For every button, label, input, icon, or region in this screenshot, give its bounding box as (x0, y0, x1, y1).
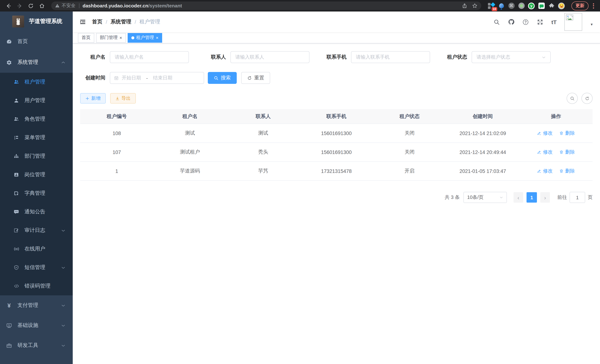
github-icon[interactable] (508, 19, 515, 25)
tab-tenant[interactable]: 租户管理 × (128, 33, 162, 42)
reload-icon[interactable] (26, 1, 36, 10)
sidebar-item-system[interactable]: 系统管理 (0, 52, 73, 73)
search-icon[interactable] (494, 19, 500, 25)
chevron-up-icon (61, 60, 65, 64)
breadcrumb-home[interactable]: 首页 (92, 19, 103, 25)
sidebar-item-label: 部门管理 (25, 153, 45, 159)
delete-link[interactable]: 删除 (559, 168, 575, 174)
table-settings (567, 93, 593, 104)
sidebar-item-audit-log[interactable]: 审计日志 (0, 221, 73, 240)
security-label[interactable]: 不安全 (62, 3, 75, 9)
search-icon (214, 75, 219, 80)
sidebar-item-department[interactable]: 部门管理 (0, 147, 73, 166)
sidebar-item-label: 错误码管理 (25, 283, 50, 289)
cell-phone: 15601691300 (300, 124, 373, 143)
forward-icon[interactable] (15, 1, 25, 10)
cell-create-time: 2021-12-14 20:49:44 (446, 143, 519, 162)
col-create-time: 创建时间 (446, 109, 519, 124)
sms-shield-icon (14, 265, 19, 270)
extension-chat-icon[interactable] (538, 2, 545, 9)
prev-page-button[interactable]: ‹ (514, 192, 523, 203)
sidebar-item-error-code[interactable]: 错误码管理 (0, 277, 73, 295)
chrome-update-button[interactable]: 更新 (572, 1, 589, 10)
extensions-puzzle-icon[interactable] (548, 2, 555, 9)
page-unit-label: 页 (588, 194, 593, 201)
breadcrumb-separator: / (106, 19, 107, 25)
close-icon[interactable]: × (156, 36, 159, 40)
export-button[interactable]: 导出 (110, 93, 136, 103)
font-size-icon[interactable]: tT (551, 19, 557, 25)
home-icon[interactable] (37, 1, 47, 10)
page-size-select[interactable]: 10条/页 (463, 192, 507, 203)
extension-badge: 10 (491, 7, 497, 11)
add-button[interactable]: 新增 (80, 93, 106, 103)
sidebar-item-dictionary[interactable]: 字典管理 (0, 184, 73, 203)
broken-image-icon (566, 14, 573, 20)
sidebar-item-notice[interactable]: 通知公告 (0, 203, 73, 221)
sidebar-item-home[interactable]: 首页 (0, 31, 73, 52)
sidebar-item-label: 用户管理 (25, 97, 45, 104)
sidebar-logo[interactable]: 芋道管理系统 (0, 11, 73, 31)
error-code-icon (14, 283, 19, 289)
contact-input[interactable]: 请输入联系人 (230, 51, 309, 63)
extension-record-icon[interactable] (518, 2, 525, 9)
tenant-name-input[interactable]: 请输入租户名 (110, 51, 189, 63)
extension-blocks-icon[interactable]: 10 (488, 2, 495, 9)
sidebar-item-post[interactable]: 岗位管理 (0, 166, 73, 184)
date-range-picker[interactable]: 开始日期 - 结束日期 (110, 72, 204, 84)
refresh-table-button[interactable] (581, 93, 593, 104)
profile-avatar-icon[interactable] (558, 2, 565, 9)
delete-link[interactable]: 删除 (559, 130, 575, 137)
breadcrumb-system[interactable]: 系统管理 (111, 19, 131, 25)
browser-menu-icon[interactable] (592, 3, 596, 8)
not-secure-warning-icon (55, 3, 60, 8)
share-icon[interactable] (462, 3, 467, 9)
sidebar-item-label: 菜单管理 (25, 134, 45, 141)
sidebar-item-devtools[interactable]: 研发工具 (0, 336, 73, 355)
phone-input[interactable]: 请输入联系手机 (351, 51, 430, 63)
reset-button[interactable]: 重置 (241, 72, 270, 84)
avatar-caret-down-icon[interactable]: ▼ (590, 23, 593, 26)
page-number-1[interactable]: 1 (526, 192, 537, 203)
bookmark-star-icon[interactable] (472, 3, 478, 9)
next-page-button[interactable]: › (540, 192, 550, 203)
filter-row-2: 创建时间 开始日期 - 结束日期 搜索 (80, 72, 593, 84)
chevron-down-icon (61, 343, 65, 347)
url-bar[interactable]: 不安全 dashboard.yudao.iocoder.cn/system/te… (51, 1, 481, 10)
sidebar-item-online-users[interactable]: 在线用户 (0, 240, 73, 258)
chevron-down-icon (61, 303, 65, 308)
tab-home[interactable]: 首页 (78, 33, 94, 42)
sidebar-item-role[interactable]: 角色管理 (0, 110, 73, 128)
sidebar-item-infrastructure[interactable]: 基础设施 (0, 315, 73, 336)
status-select[interactable]: 请选择租户状态 (472, 51, 551, 63)
goto-page-input[interactable] (570, 192, 585, 203)
sidebar-item-tenant[interactable]: 租户管理 (0, 73, 73, 91)
edit-link[interactable]: 修改 (537, 168, 553, 174)
fullscreen-icon[interactable] (537, 19, 544, 25)
hamburger-fold-icon[interactable] (79, 19, 86, 25)
user-avatar[interactable] (564, 13, 582, 31)
sidebar-item-label: 租户管理 (25, 79, 45, 85)
sidebar-item-sms[interactable]: 短信管理 (0, 258, 73, 277)
field-label: 租户名 (80, 54, 105, 60)
tab-department[interactable]: 部门管理 × (96, 33, 126, 42)
extension-command-icon[interactable]: ⌘ (508, 2, 515, 9)
url-text[interactable]: dashboard.yudao.iocoder.cn/system/tenant (83, 3, 182, 9)
back-icon[interactable] (4, 1, 13, 10)
tab-label: 首页 (82, 35, 91, 41)
search-button[interactable]: 搜索 (208, 72, 237, 84)
help-icon[interactable] (523, 19, 529, 25)
close-icon[interactable]: × (120, 36, 122, 40)
extension-y-icon[interactable]: y (528, 2, 535, 9)
col-tenant-name: 租户名 (153, 109, 227, 124)
sidebar-item-payment[interactable]: ¥ 支付管理 (0, 295, 73, 315)
extension-balloon-icon[interactable] (498, 2, 505, 9)
delete-link[interactable]: 删除 (559, 149, 575, 156)
pagination: 共 3 条 10条/页 ‹ 1 › 前往 页 (80, 192, 593, 212)
url-domain: dashboard.yudao.iocoder.cn (83, 3, 148, 9)
show-search-toggle-button[interactable] (567, 93, 578, 104)
sidebar-item-user[interactable]: 用户管理 (0, 91, 73, 110)
sidebar-item-menu[interactable]: 菜单管理 (0, 128, 73, 147)
edit-link[interactable]: 修改 (537, 130, 553, 137)
edit-link[interactable]: 修改 (537, 149, 553, 156)
